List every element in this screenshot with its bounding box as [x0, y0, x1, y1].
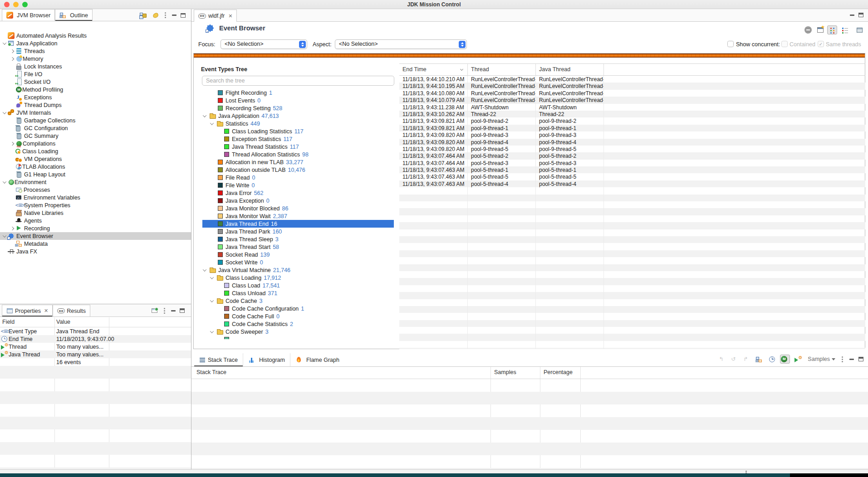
- event-type-java-thread-sleep[interactable]: Java Thread Sleep3: [202, 235, 394, 243]
- sidebar-item-threads[interactable]: Threads: [0, 47, 191, 55]
- sidebar-item-gc-configuration[interactable]: GC Configuration: [0, 124, 191, 132]
- event-type-code-cache-configuration[interactable]: Code Cache Configuration1: [202, 305, 394, 312]
- chevron-right-icon[interactable]: [10, 141, 14, 145]
- method-profiling-button[interactable]: [780, 355, 790, 364]
- chevron-down-icon[interactable]: [2, 180, 6, 183]
- minimize-view-icon[interactable]: [171, 310, 176, 312]
- event-row[interactable]: 11/18/13, 9:43:09.820 AMpool-9-thread-5p…: [399, 146, 865, 152]
- show-concurrent-checkbox[interactable]: [727, 41, 734, 47]
- event-row[interactable]: 11/18/13, 9:43:09.821 AMpool-9-thread-1p…: [399, 125, 865, 131]
- sidebar-item-tlab-allocations[interactable]: TLAB Allocations: [0, 163, 191, 170]
- search-input[interactable]: [202, 76, 394, 86]
- event-row[interactable]: 11/18/13, 9:44:10.079 AMRunLevelControll…: [399, 97, 865, 103]
- event-type-code-cache-full[interactable]: Code Cache Full0: [202, 312, 394, 320]
- collapse-icon[interactable]: [804, 26, 812, 34]
- chevron-right-icon[interactable]: [10, 226, 14, 230]
- tab-outline[interactable]: Outline: [55, 9, 93, 21]
- event-row[interactable]: 11/18/13, 9:43:09.821 AMpool-9-thread-2p…: [399, 117, 865, 124]
- sidebar-item-method-profiling[interactable]: Method Profiling: [0, 86, 191, 93]
- event-row[interactable]: 11/18/13, 9:43:10.262 AMThread-22Thread-…: [399, 111, 865, 117]
- event-type-code-sweeper[interactable]: Code Sweeper3: [202, 328, 394, 336]
- property-row-16-events[interactable]: 16 events: [0, 358, 191, 366]
- sidebar-item-processes[interactable]: Processes: [0, 186, 191, 194]
- column-header-stack-trace[interactable]: Stack Trace: [196, 369, 226, 375]
- chevron-right-icon[interactable]: [10, 57, 14, 60]
- event-row[interactable]: 11/18/13, 9:44:10.195 AMRunLevelControll…: [399, 83, 865, 89]
- event-type-java-monitor-wait[interactable]: Java Monitor Wait2,387: [202, 212, 394, 220]
- event-type-java-error[interactable]: Java Error562: [202, 189, 394, 197]
- sidebar-item-environment[interactable]: Environment: [0, 178, 191, 186]
- open-new-window-icon[interactable]: [152, 308, 157, 313]
- chevron-right-icon[interactable]: [10, 49, 14, 53]
- chevron-down-icon[interactable]: [203, 268, 206, 271]
- sidebar-item-environment-variables[interactable]: Environment Variables: [0, 194, 191, 201]
- sidebar-item-native-libraries[interactable]: Native Libraries: [0, 209, 191, 217]
- nav-rotate-icon[interactable]: [731, 356, 737, 362]
- sash-handle-icon[interactable]: [745, 471, 747, 472]
- sidebar-item-system-properties[interactable]: System Properties: [0, 201, 191, 209]
- sidebar-item-jvm-internals[interactable]: JVM Internals: [0, 109, 191, 117]
- minimize-view-icon[interactable]: [172, 15, 177, 16]
- event-type-java-monitor-blocked[interactable]: Java Monitor Blocked86: [202, 204, 394, 212]
- sidebar-item-vm-operations[interactable]: VM Operations: [0, 155, 191, 163]
- event-type-flight-recording[interactable]: Flight Recording1: [202, 89, 394, 97]
- timeline-progress-bar[interactable]: [194, 54, 865, 58]
- aspect-dropdown[interactable]: <No Selection>: [335, 39, 467, 49]
- samples-dropdown[interactable]: Samples: [808, 356, 835, 362]
- maximize-editor-icon[interactable]: [858, 13, 863, 17]
- sidebar-item-garbage-collections[interactable]: Garbage Collections: [0, 117, 191, 124]
- event-row[interactable]: 11/18/13, 9:43:07.463 AMpool-5-thread-4p…: [399, 180, 865, 187]
- event-type-code-cache-statistics[interactable]: Code Cache Statistics2: [202, 320, 394, 328]
- sidebar-item-java-fx[interactable]: Java FX: [0, 248, 191, 255]
- property-row-event-type[interactable]: Event TypeJava Thread End: [0, 327, 191, 335]
- chevron-down-icon[interactable]: [210, 329, 214, 333]
- event-type-file-write[interactable]: File Write0: [202, 181, 394, 189]
- view-menu-icon[interactable]: [165, 12, 166, 14]
- event-type-recording-setting[interactable]: Recording Setting528: [202, 104, 394, 112]
- tab-wldf-jfr[interactable]: wldf.jfr: [194, 10, 237, 22]
- contained-checkbox[interactable]: [781, 41, 788, 47]
- sidebar-item-agents[interactable]: Agents: [0, 217, 191, 224]
- tab-histogram[interactable]: Histogram: [243, 353, 290, 366]
- sidebar-item-memory[interactable]: Memory: [0, 55, 191, 63]
- event-row[interactable]: 11/18/13, 9:43:11.238 AMAWT-ShutdownAWT-…: [399, 104, 865, 111]
- event-type-java-thread-start[interactable]: Java Thread Start58: [202, 243, 394, 251]
- sidebar-item-compilations[interactable]: Compilations: [0, 140, 191, 147]
- event-row[interactable]: 11/18/13, 9:44:10.210 AMRunLevelControll…: [399, 76, 865, 83]
- grid-view-button[interactable]: [827, 25, 837, 34]
- event-type-file-read[interactable]: File Read0: [202, 174, 394, 181]
- tab-stack-trace[interactable]: Stack Trace: [194, 353, 243, 366]
- sidebar-item-g1-heap-layout[interactable]: G1 Heap Layout: [0, 170, 191, 178]
- dropdown-stepper-icon[interactable]: [299, 41, 306, 48]
- maximize-view-icon[interactable]: [180, 308, 185, 313]
- property-row-java-thread[interactable]: Java ThreadToo many values...: [0, 350, 191, 358]
- event-type-allocation-outside-tlab[interactable]: Allocation outside TLAB10,476: [202, 166, 394, 174]
- event-type-socket-write[interactable]: Socket Write0: [202, 258, 394, 266]
- column-header-percentage[interactable]: Percentage: [544, 369, 573, 375]
- sidebar-item-gc-summary[interactable]: GC Summary: [0, 132, 191, 140]
- sidebar-item-file-i-o[interactable]: File I/O: [0, 70, 191, 78]
- event-type-code-cache[interactable]: Code Cache3: [202, 297, 394, 305]
- tab-properties[interactable]: Properties: [2, 305, 53, 316]
- list-view-button[interactable]: [841, 25, 851, 34]
- event-type-java-thread-end[interactable]: Java Thread End16: [202, 220, 394, 228]
- chevron-down-icon[interactable]: [210, 298, 214, 302]
- chevron-down-icon[interactable]: [2, 234, 6, 237]
- sidebar-item-event-browser[interactable]: Event Browser: [0, 232, 191, 240]
- event-row[interactable]: 11/18/13, 9:43:07.464 AMpool-5-thread-2p…: [399, 152, 865, 159]
- property-row-thread[interactable]: ThreadToo many values...: [0, 343, 191, 350]
- chevron-down-icon[interactable]: [210, 121, 214, 125]
- nav-forward-icon[interactable]: [743, 356, 749, 362]
- sidebar-item-java-application[interactable]: Java Application: [0, 39, 191, 47]
- sidebar-item-exceptions[interactable]: Exceptions: [0, 93, 191, 101]
- event-row[interactable]: 11/18/13, 9:43:07.463 AMpool-5-thread-5p…: [399, 173, 865, 180]
- maximize-view-icon[interactable]: [181, 13, 186, 18]
- event-type-class-loading[interactable]: Class Loading17,912: [202, 274, 394, 282]
- new-event-type-icon[interactable]: [817, 27, 824, 33]
- event-row[interactable]: 11/18/13, 9:43:07.464 AMpool-5-thread-3p…: [399, 160, 865, 166]
- event-type-allocation-in-new-tlab[interactable]: Allocation in new TLAB33,277: [202, 158, 394, 166]
- property-row-end-time[interactable]: End Time11/18/2013, 9:43:07.00: [0, 335, 191, 343]
- column-header-field[interactable]: Field: [2, 319, 15, 325]
- hand-icon[interactable]: [152, 12, 159, 18]
- column-header-java-thread[interactable]: Java Thread: [536, 64, 604, 75]
